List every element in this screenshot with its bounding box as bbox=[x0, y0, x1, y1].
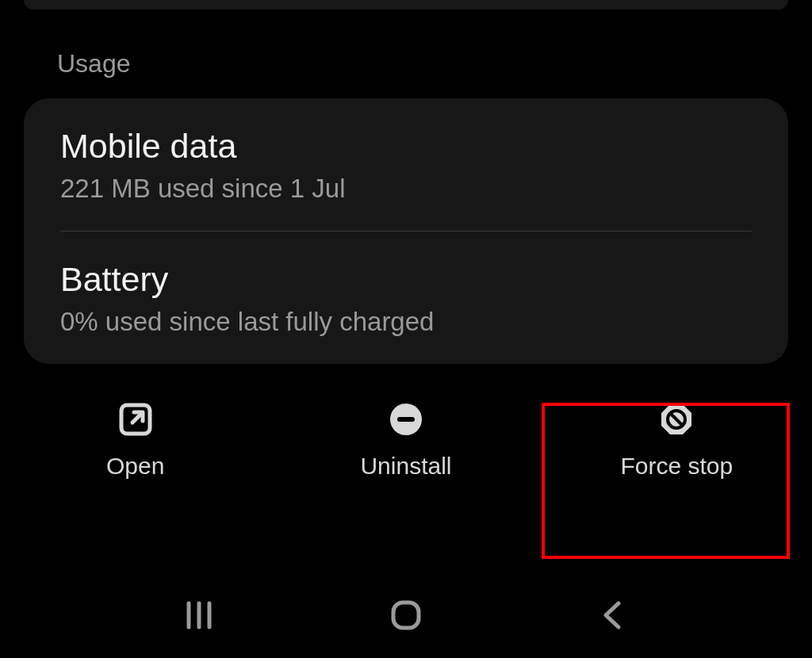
uninstall-label: Uninstall bbox=[360, 453, 451, 480]
recents-icon bbox=[182, 599, 216, 632]
back-button[interactable] bbox=[589, 591, 637, 639]
open-label: Open bbox=[106, 453, 164, 480]
force-stop-button[interactable]: Force stop bbox=[542, 400, 812, 480]
usage-card: Mobile data 221 MB used since 1 Jul Batt… bbox=[24, 98, 788, 364]
svg-rect-2 bbox=[397, 417, 415, 422]
uninstall-button[interactable]: Uninstall bbox=[270, 400, 541, 480]
force-stop-label: Force stop bbox=[620, 453, 733, 480]
action-bar: Open Uninstall Force stop bbox=[0, 377, 812, 494]
battery-row[interactable]: Battery 0% used since last fully charged bbox=[24, 231, 788, 364]
svg-rect-8 bbox=[393, 603, 419, 628]
battery-subtitle: 0% used since last fully charged bbox=[60, 307, 752, 337]
mobile-data-subtitle: 221 MB used since 1 Jul bbox=[60, 174, 752, 204]
mobile-data-row[interactable]: Mobile data 221 MB used since 1 Jul bbox=[24, 98, 788, 231]
mobile-data-title: Mobile data bbox=[60, 127, 752, 166]
recents-button[interactable] bbox=[175, 591, 223, 639]
navigation-bar bbox=[0, 572, 812, 658]
home-button[interactable] bbox=[382, 591, 430, 639]
open-icon bbox=[117, 400, 155, 438]
home-icon bbox=[389, 599, 423, 632]
open-button[interactable]: Open bbox=[0, 400, 270, 480]
minus-circle-icon bbox=[387, 400, 425, 438]
stop-icon bbox=[657, 400, 695, 438]
battery-title: Battery bbox=[60, 260, 752, 299]
section-title: Usage bbox=[57, 49, 812, 78]
back-icon bbox=[596, 599, 630, 632]
previous-card-edge bbox=[24, 0, 788, 10]
